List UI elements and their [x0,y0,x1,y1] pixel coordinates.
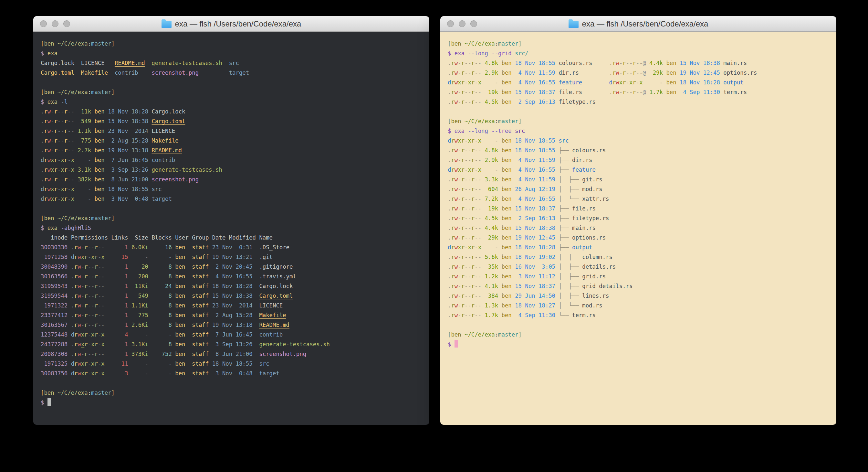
terminal-text: 1.1k [78,128,91,134]
permission-bit: r [451,293,454,299]
minimize-button[interactable] [52,20,59,27]
terminal-text: staff [192,370,209,377]
terminal-text [481,98,485,105]
terminal-text [253,341,259,348]
terminal-text: 30048390 [41,264,67,270]
terminal-text: -l [61,98,67,105]
terminal-text: 23 Nov 0:31 [212,244,253,250]
permission-bit: . [448,293,451,299]
terminal-text [481,60,485,66]
terminal-text: [ben [448,118,465,124]
terminal-text [148,341,152,348]
permission-bit: r [451,69,454,76]
close-button[interactable] [447,20,454,27]
minimize-button[interactable] [459,20,465,27]
terminal-text: ben [175,254,189,260]
terminal-text: ben [502,89,512,95]
terminal-text: - [131,254,148,260]
terminal-text [512,225,515,231]
terminal-text [498,264,501,270]
terminal-line: .rw-r--r-- 4.1k ben 15 Nov 18:37 │ ├── g… [448,281,836,291]
terminal-text: inode [51,234,67,241]
terminal-text: Cargo.toml [152,118,185,124]
terminal-text: 19 Nov 13:21 [212,254,253,260]
permission-bit: w [616,69,619,76]
permission-bit: x [478,244,481,250]
terminal-line: .rw-r--r-- 549 ben 15 Nov 18:38 Cargo.to… [41,116,429,126]
permission-bit: w [455,157,458,163]
permission-bit: w [78,273,81,279]
title-bar[interactable]: exa — fish /Users/ben/Code/exa/exa [33,16,429,32]
permission-bit: x [91,254,94,260]
terminal-text: $ [41,50,48,57]
terminal-text [498,234,501,241]
permission-bit: r [74,283,78,289]
terminal-content[interactable]: [ben ~/C/e/exa:master]$ exaCargo.lock LI… [33,32,429,425]
terminal-text: staff [192,341,209,348]
terminal-text [148,157,152,163]
terminal-text [189,322,192,328]
terminal-text [189,264,192,270]
terminal-text: ben [95,196,105,202]
permission-bit: r [54,167,58,173]
terminal-text: Permissions [71,234,108,241]
terminal-text: git.rs [582,176,602,183]
permission-bit: - [88,293,91,299]
terminal-text: 4 Sep 11:30 [515,312,555,319]
permission-bit: x [101,331,104,338]
terminal-text [555,215,559,222]
terminal-text: 18 Nov 18:55 [108,186,148,193]
zoom-button[interactable] [63,20,70,27]
permission-bit: w [48,167,51,173]
terminal-line: drwxr-xr-x - ben 3 Nov 0:48 target [41,194,429,204]
terminal-text [253,244,259,250]
terminal-text [720,69,723,76]
terminal-text: staff [192,312,209,319]
permission-bit: - [465,60,468,66]
terminal-text: 8 Jun 21:00 [108,176,148,183]
terminal-line: .rw-r--r-- 1.1k ben 23 Nov 2014 LICENCE [41,126,429,136]
permission-bit: w [455,176,458,183]
permission-bit: - [468,69,471,76]
terminal-text: 3 Sep 13:26 [212,341,253,348]
terminal-text: $ [448,341,455,348]
permission-bit: - [101,322,104,328]
terminal-line: .rw-r--r-- 3.3k ben 4 Nov 11:59 │ ├── gi… [448,175,836,184]
permission-bit: @ [643,60,646,66]
permission-bit: - [636,69,639,76]
terminal-text [498,196,501,202]
terminal-content[interactable]: [ben ~/C/e/exa:master]$ exa --long --gri… [440,32,836,425]
terminal-line: drwxr-xr-x - ben 4 Nov 16:55 ├── feature [448,165,836,175]
permission-bit: - [468,234,471,241]
permission-bit: r [451,157,454,163]
permission-bit: - [465,244,468,250]
terminal-text: ├── [559,225,572,231]
zoom-button[interactable] [470,20,477,27]
permission-bit: . [448,302,451,309]
terminal-text [148,273,152,279]
terminal-text [67,322,71,328]
permission-bit: - [101,244,104,250]
permission-bit: x [51,167,54,173]
permission-bit: w [78,322,81,328]
permission-bit: w [455,79,458,86]
permission-bit: - [458,176,461,183]
terminal-text [582,89,609,95]
terminal-text [105,147,108,153]
close-button[interactable] [40,20,47,27]
terminal-text: 16 Nov 3:05 [515,264,555,270]
permission-bit: - [98,244,101,250]
terminal-text: ben [502,138,512,144]
terminal-text [67,351,71,357]
terminal-text [67,234,71,241]
permission-bit: r [451,138,454,144]
terminal-line: .rw-r--r-- 4.8k ben 18 Nov 18:55 colours… [448,58,836,68]
title-bar[interactable]: exa — fish /Users/ben/Code/exa/exa [440,16,836,32]
terminal-text: 18 Nov 18:28 [212,283,253,289]
permission-bit: - [468,98,471,105]
terminal-text: term.rs [572,312,596,319]
terminal-text [481,176,485,183]
permission-bit: - [458,89,461,95]
terminal-text: │ └── [559,302,582,309]
permission-bit: - [98,273,101,279]
